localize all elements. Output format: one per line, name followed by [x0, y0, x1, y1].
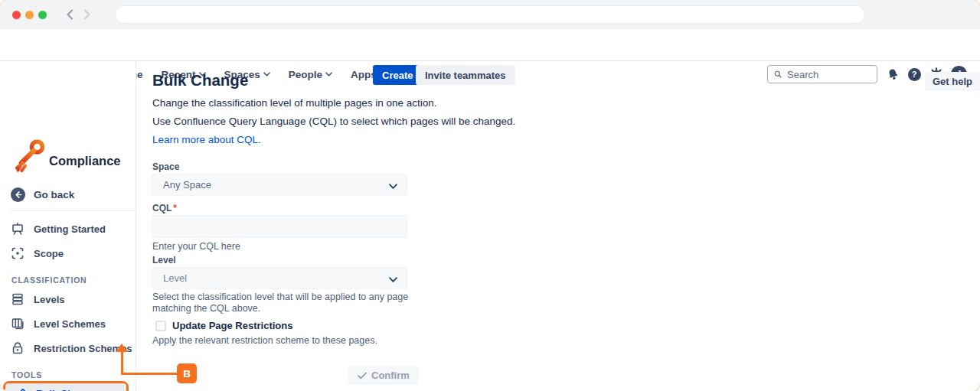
nav-item-people[interactable]: People	[289, 69, 332, 80]
cql-field-label: CQL*	[152, 203, 177, 213]
cql-input[interactable]	[152, 215, 407, 238]
chevron-down-icon	[325, 72, 332, 77]
sidebar-item-levels[interactable]: Levels	[0, 288, 136, 311]
back-arrow-icon	[11, 187, 25, 202]
page-title: Bulk Change	[152, 71, 248, 90]
window-zoom-button[interactable]	[38, 11, 47, 19]
chevron-down-icon	[389, 272, 397, 285]
search-box[interactable]	[767, 65, 877, 83]
annotation-arrow-line-vertical	[121, 351, 123, 375]
space-select[interactable]: Any Space	[152, 174, 407, 196]
scope-icon	[11, 246, 24, 260]
help-icon[interactable]: ?	[906, 67, 922, 82]
browser-forward-icon[interactable]	[80, 8, 93, 24]
bell-icon[interactable]	[885, 67, 900, 82]
tools-section-header: TOOLS	[11, 370, 42, 380]
checkmark-icon	[358, 372, 367, 380]
browser-chrome	[0, 0, 980, 29]
intro-text-1: Change the classification level of multi…	[152, 97, 436, 109]
intro-text-2: Use Confluence Query Language (CQL) to s…	[152, 116, 515, 127]
checkbox-helper-text: Apply the relevant restriction scheme to…	[152, 335, 377, 347]
search-input[interactable]	[787, 69, 871, 80]
update-restrictions-label[interactable]: Update Page Restrictions	[172, 320, 293, 331]
window-close-button[interactable]	[12, 11, 21, 19]
annotation-badge-b: B	[177, 363, 197, 383]
space-field-label: Space	[152, 161, 179, 172]
key-logo-icon	[15, 138, 46, 178]
levels-stack-icon	[11, 292, 24, 306]
level-field-label: Level	[152, 255, 176, 266]
sidebar-divider	[11, 210, 136, 211]
browser-back-icon[interactable]	[64, 8, 77, 24]
sidebar-item-bulk-change[interactable]: Bulk Change	[5, 383, 126, 391]
app-name: Compliance	[49, 154, 121, 168]
easel-icon	[11, 222, 24, 236]
create-button[interactable]: Create	[373, 65, 422, 85]
search-icon	[773, 69, 782, 80]
level-select[interactable]: Level	[152, 267, 407, 289]
app-window: Confluence Home Recent Spaces People App…	[0, 0, 980, 391]
cql-helper-text: Enter your CQL here	[152, 241, 240, 253]
lock-icon	[11, 341, 24, 355]
pencil-icon	[13, 386, 27, 391]
sidebar-item-scope[interactable]: Scope	[0, 242, 136, 265]
level-schemes-icon	[11, 317, 24, 331]
go-back-button[interactable]: Go back	[11, 187, 74, 202]
learn-more-cql-link[interactable]: Learn more about CQL.	[152, 134, 261, 145]
update-restrictions-checkbox[interactable]	[155, 321, 166, 331]
address-bar[interactable]	[115, 5, 865, 24]
chevron-down-icon	[389, 178, 397, 192]
window-minimize-button[interactable]	[25, 11, 34, 19]
top-navbar: Confluence Home Recent Spaces People App…	[0, 29, 980, 61]
sidebar-item-getting-started[interactable]: Getting Started	[0, 217, 136, 240]
sidebar: Compliance Go back Getting Started	[0, 61, 136, 391]
invite-teammates-button[interactable]: Invite teammates	[416, 65, 515, 85]
classification-section-header: CLASSIFICATION	[11, 275, 87, 285]
confirm-button[interactable]: Confirm	[348, 366, 419, 385]
chevron-down-icon	[263, 72, 270, 77]
get-help-button[interactable]: Get help	[925, 72, 980, 91]
level-helper-text: Select the classification level that wil…	[152, 292, 413, 314]
annotation-arrow-line-horizontal	[121, 373, 178, 375]
annotation-highlight-box: Bulk Change	[3, 381, 129, 391]
required-asterisk: *	[173, 203, 177, 213]
sidebar-item-level-schemes[interactable]: Level Schemes	[0, 312, 136, 335]
